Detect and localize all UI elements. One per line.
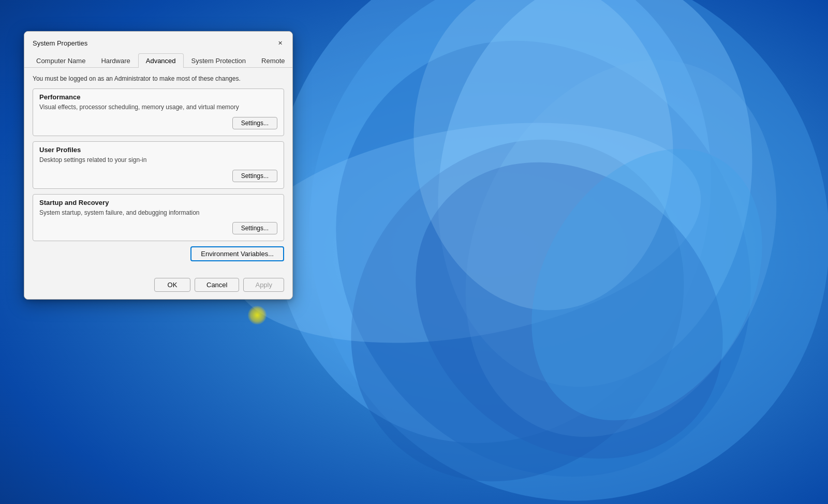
- dialog-content: You must be logged on as an Administrato…: [24, 68, 292, 274]
- performance-description: Visual effects, processor scheduling, me…: [39, 103, 277, 112]
- ok-button[interactable]: OK: [154, 278, 190, 292]
- user-profiles-description: Desktop settings related to your sign-in: [39, 156, 277, 165]
- dialog-footer: OK Cancel Apply: [24, 274, 292, 299]
- tab-remote[interactable]: Remote: [254, 53, 293, 68]
- cursor-highlight: [248, 306, 267, 324]
- dialog-titlebar: System Properties ✕: [24, 32, 292, 53]
- startup-recovery-settings-button[interactable]: Settings...: [232, 222, 277, 234]
- tab-advanced[interactable]: Advanced: [138, 53, 184, 68]
- user-profiles-settings-button[interactable]: Settings...: [232, 170, 277, 182]
- startup-recovery-title: Startup and Recovery: [39, 199, 277, 206]
- env-vars-section: Environment Variables...: [33, 246, 284, 261]
- user-profiles-title: User Profiles: [39, 146, 277, 154]
- environment-variables-button[interactable]: Environment Variables...: [190, 246, 284, 261]
- tab-hardware[interactable]: Hardware: [93, 53, 138, 68]
- system-properties-dialog: System Properties ✕ Computer Name Hardwa…: [24, 31, 293, 300]
- tab-system-protection[interactable]: System Protection: [184, 53, 254, 68]
- tabs-bar: Computer Name Hardware Advanced System P…: [24, 53, 292, 68]
- performance-title: Performance: [39, 93, 277, 101]
- admin-notice: You must be logged on as an Administrato…: [33, 75, 284, 82]
- tab-computer-name[interactable]: Computer Name: [28, 53, 93, 68]
- dialog-title: System Properties: [33, 39, 87, 47]
- cancel-button[interactable]: Cancel: [195, 278, 239, 292]
- dialog-backdrop: System Properties ✕ Computer Name Hardwa…: [0, 0, 828, 504]
- performance-settings-button[interactable]: Settings...: [232, 117, 277, 129]
- apply-button[interactable]: Apply: [243, 278, 284, 292]
- user-profiles-section: User Profiles Desktop settings related t…: [33, 141, 284, 189]
- startup-recovery-description: System startup, system failure, and debu…: [39, 209, 277, 217]
- close-button[interactable]: ✕: [274, 37, 286, 49]
- performance-section: Performance Visual effects, processor sc…: [33, 88, 284, 136]
- startup-recovery-section: Startup and Recovery System startup, sys…: [33, 194, 284, 242]
- title-buttons: ✕: [274, 37, 286, 49]
